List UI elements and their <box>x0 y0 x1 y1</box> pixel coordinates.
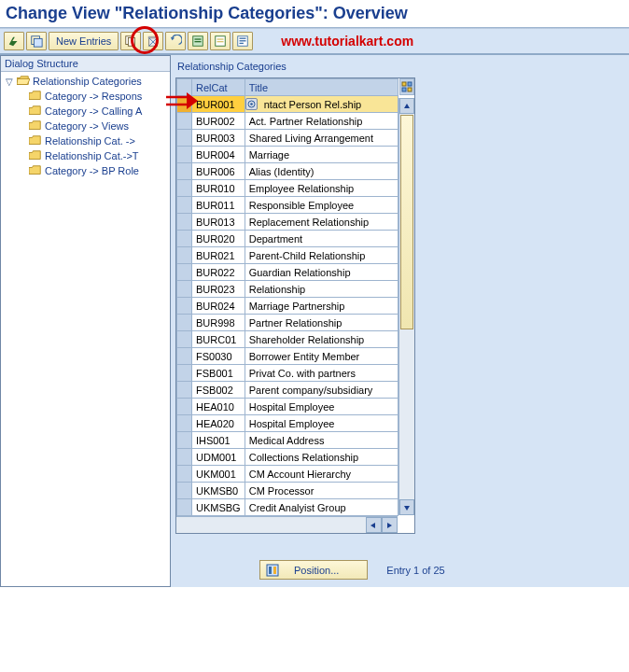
title-column-header[interactable]: Title <box>245 79 398 96</box>
tree-root[interactable]: ▽ Relationship Categories <box>1 74 170 89</box>
table-row[interactable]: BUR023Relationship <box>177 281 398 298</box>
relcat-cell[interactable]: BUR010 <box>192 180 245 197</box>
title-cell[interactable]: Parent-Child Relationship <box>245 247 398 264</box>
relcat-cell[interactable]: BUR006 <box>192 163 245 180</box>
table-row[interactable]: BUR013Replacement Relationship <box>177 214 398 231</box>
relcat-cell[interactable]: BUR011 <box>192 197 245 214</box>
row-selector[interactable] <box>177 466 192 483</box>
row-selector[interactable] <box>177 415 192 432</box>
relcat-cell[interactable]: UKMSB0 <box>192 483 245 499</box>
tree-child[interactable]: Category -> Calling A <box>1 104 170 119</box>
row-selector[interactable] <box>177 432 192 449</box>
title-cell[interactable]: Privat Co. with partners <box>245 365 398 382</box>
new-entries-button[interactable]: New Entries <box>49 32 119 50</box>
relcat-cell[interactable]: UKMSBG <box>192 499 245 516</box>
title-cell[interactable]: Partner Relationship <box>245 315 398 331</box>
table-row[interactable]: UKMSBGCredit Analyist Group <box>177 499 398 516</box>
title-cell[interactable]: Marriage Partnership <box>245 298 398 315</box>
row-selector[interactable] <box>177 449 192 466</box>
relcat-cell[interactable]: BURC01 <box>192 331 245 348</box>
table-row[interactable]: BUR001ntact Person Rel.ship <box>177 96 398 113</box>
delete-button[interactable] <box>143 32 163 50</box>
relcat-cell[interactable]: HEA010 <box>192 399 245 415</box>
relcat-cell[interactable]: FSB001 <box>192 365 245 382</box>
toggle-display-button[interactable] <box>4 32 24 50</box>
table-row[interactable]: BUR002Act. Partner Relationship <box>177 113 398 130</box>
table-row[interactable]: BUR004Marriage <box>177 147 398 163</box>
title-cell[interactable]: Marriage <box>245 147 398 163</box>
relcat-cell[interactable]: BUR013 <box>192 214 245 231</box>
undo-button[interactable] <box>165 32 186 50</box>
row-selector[interactable] <box>177 483 192 499</box>
row-selector[interactable] <box>177 315 192 331</box>
row-selector[interactable] <box>177 130 192 147</box>
horizontal-scrollbar[interactable] <box>176 516 398 533</box>
relcat-cell[interactable]: BUR022 <box>192 264 245 281</box>
relcat-cell[interactable]: BUR023 <box>192 281 245 298</box>
relcat-cell[interactable]: FS0030 <box>192 348 245 365</box>
table-row[interactable]: BUR021Parent-Child Relationship <box>177 247 398 264</box>
relcat-cell[interactable]: BUR021 <box>192 247 245 264</box>
row-selector[interactable] <box>177 499 192 516</box>
scroll-right-button[interactable] <box>382 517 398 533</box>
row-selector[interactable] <box>177 264 192 281</box>
title-cell[interactable]: Alias (Identity) <box>245 163 398 180</box>
title-cell[interactable]: CM Account Hierarchy <box>245 466 398 483</box>
title-cell[interactable]: Credit Analyist Group <box>245 499 398 516</box>
relcat-cell[interactable]: UDM001 <box>192 449 245 466</box>
title-cell[interactable]: ntact Person Rel.ship <box>245 96 398 113</box>
relcat-cell[interactable]: BUR004 <box>192 147 245 163</box>
scroll-up-button[interactable] <box>399 98 414 114</box>
copy-as-button[interactable] <box>120 32 141 50</box>
title-cell[interactable]: Medical Address <box>245 432 398 449</box>
table-row[interactable]: BUR003Shared Living Arrangement <box>177 130 398 147</box>
table-row[interactable]: UKMSB0CM Processor <box>177 483 398 499</box>
table-row[interactable]: HEA010Hospital Employee <box>177 399 398 415</box>
relcat-cell[interactable]: UKM001 <box>192 466 245 483</box>
row-selector[interactable] <box>177 298 192 315</box>
title-cell[interactable]: Collections Relationship <box>245 449 398 466</box>
relcat-cell[interactable]: BUR998 <box>192 315 245 331</box>
scroll-down-button[interactable] <box>399 499 414 515</box>
title-cell[interactable]: Parent company/subsidiary <box>245 382 398 399</box>
row-selector[interactable] <box>177 331 192 348</box>
table-row[interactable]: BUR024Marriage Partnership <box>177 298 398 315</box>
title-cell[interactable]: Act. Partner Relationship <box>245 113 398 130</box>
table-row[interactable]: BUR010Employee Relationship <box>177 180 398 197</box>
table-row[interactable]: UKM001CM Account Hierarchy <box>177 466 398 483</box>
table-row[interactable]: BUR011Responsible Employee <box>177 197 398 214</box>
relcat-column-header[interactable]: RelCat <box>192 79 245 96</box>
title-cell[interactable]: Department <box>245 231 398 247</box>
collapse-icon[interactable]: ▽ <box>4 77 14 87</box>
relcat-cell[interactable]: BUR002 <box>192 113 245 130</box>
expand-button[interactable] <box>26 32 47 50</box>
tree-child[interactable]: Relationship Cat. -> <box>1 133 170 148</box>
table-row[interactable]: BUR022Guardian Relationship <box>177 264 398 281</box>
relcat-cell[interactable]: FSB002 <box>192 382 245 399</box>
vertical-scrollbar[interactable] <box>398 98 414 515</box>
table-row[interactable]: BUR020Department <box>177 231 398 247</box>
table-row[interactable]: IHS001Medical Address <box>177 432 398 449</box>
relcat-cell[interactable]: IHS001 <box>192 432 245 449</box>
tree-child[interactable]: Category -> Respons <box>1 89 170 104</box>
row-selector[interactable] <box>177 247 192 264</box>
row-selector[interactable] <box>177 281 192 298</box>
row-selector[interactable] <box>177 382 192 399</box>
row-selector[interactable] <box>177 180 192 197</box>
table-row[interactable]: FSB001Privat Co. with partners <box>177 365 398 382</box>
deselect-all-button[interactable] <box>210 32 231 50</box>
scroll-track[interactable] <box>399 115 414 498</box>
table-row[interactable]: FSB002Parent company/subsidiary <box>177 382 398 399</box>
relcat-cell[interactable]: BUR001 <box>192 96 245 113</box>
row-selector[interactable] <box>177 365 192 382</box>
row-selector[interactable] <box>177 348 192 365</box>
table-row[interactable]: UDM001Collections Relationship <box>177 449 398 466</box>
title-cell[interactable]: Replacement Relationship <box>245 214 398 231</box>
row-selector[interactable] <box>177 399 192 415</box>
table-row[interactable]: BUR006Alias (Identity) <box>177 163 398 180</box>
scroll-left-button[interactable] <box>366 517 382 533</box>
row-selector[interactable] <box>177 113 192 130</box>
relcat-cell[interactable]: BUR024 <box>192 298 245 315</box>
select-all-button[interactable] <box>188 32 208 50</box>
row-selector[interactable] <box>177 147 192 163</box>
